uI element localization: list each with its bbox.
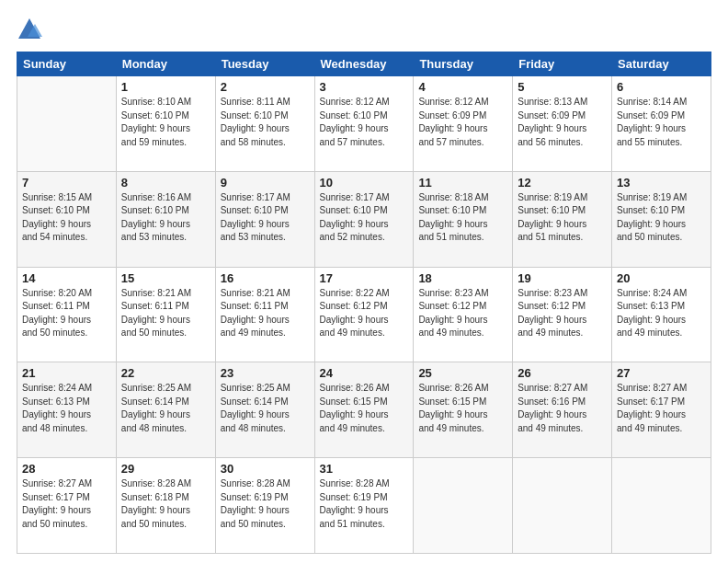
calendar-cell: 24Sunrise: 8:26 AM Sunset: 6:15 PM Dayli… (314, 362, 414, 458)
day-number: 9 (221, 176, 310, 190)
day-number: 19 (518, 271, 607, 285)
day-number: 10 (320, 176, 409, 190)
day-number: 15 (121, 271, 210, 285)
day-info: Sunrise: 8:15 AM Sunset: 6:10 PM Dayligh… (22, 191, 111, 245)
weekday-header: Friday (513, 52, 612, 76)
day-number: 11 (418, 176, 507, 190)
calendar-table: SundayMondayTuesdayWednesdayThursdayFrid… (17, 52, 711, 554)
day-number: 7 (22, 176, 111, 190)
day-number: 21 (22, 366, 111, 380)
calendar-cell: 20Sunrise: 8:24 AM Sunset: 6:13 PM Dayli… (612, 267, 711, 362)
calendar-cell: 10Sunrise: 8:17 AM Sunset: 6:10 PM Dayli… (314, 171, 414, 267)
calendar-cell: 29Sunrise: 8:28 AM Sunset: 6:18 PM Dayli… (116, 458, 215, 554)
day-info: Sunrise: 8:27 AM Sunset: 6:17 PM Dayligh… (617, 382, 706, 435)
calendar-cell: 5Sunrise: 8:13 AM Sunset: 6:09 PM Daylig… (513, 76, 612, 172)
day-number: 3 (320, 80, 409, 94)
day-number: 31 (320, 462, 409, 476)
calendar-cell: 27Sunrise: 8:27 AM Sunset: 6:17 PM Dayli… (612, 362, 711, 458)
day-number: 4 (418, 80, 507, 94)
day-info: Sunrise: 8:16 AM Sunset: 6:10 PM Dayligh… (121, 191, 210, 245)
calendar-cell: 9Sunrise: 8:17 AM Sunset: 6:10 PM Daylig… (215, 171, 314, 267)
day-info: Sunrise: 8:19 AM Sunset: 6:10 PM Dayligh… (518, 191, 607, 245)
day-number: 23 (221, 366, 310, 380)
calendar-week-row: 7Sunrise: 8:15 AM Sunset: 6:10 PM Daylig… (17, 171, 711, 267)
calendar-cell: 21Sunrise: 8:24 AM Sunset: 6:13 PM Dayli… (17, 362, 117, 458)
calendar-cell (612, 458, 711, 554)
day-info: Sunrise: 8:13 AM Sunset: 6:09 PM Dayligh… (518, 96, 607, 149)
day-number: 1 (121, 80, 210, 94)
page: SundayMondayTuesdayWednesdayThursdayFrid… (0, 0, 728, 563)
day-info: Sunrise: 8:27 AM Sunset: 6:17 PM Dayligh… (22, 477, 111, 531)
calendar-cell (17, 76, 117, 172)
calendar-cell: 15Sunrise: 8:21 AM Sunset: 6:11 PM Dayli… (116, 267, 215, 362)
day-number: 17 (320, 271, 409, 285)
calendar-cell: 25Sunrise: 8:26 AM Sunset: 6:15 PM Dayli… (414, 362, 513, 458)
calendar-cell: 14Sunrise: 8:20 AM Sunset: 6:11 PM Dayli… (17, 267, 117, 362)
day-info: Sunrise: 8:12 AM Sunset: 6:10 PM Dayligh… (320, 96, 409, 149)
calendar-header-row: SundayMondayTuesdayWednesdayThursdayFrid… (17, 52, 711, 76)
day-number: 8 (121, 176, 210, 190)
calendar-cell: 7Sunrise: 8:15 AM Sunset: 6:10 PM Daylig… (17, 171, 117, 267)
calendar-cell: 11Sunrise: 8:18 AM Sunset: 6:10 PM Dayli… (414, 171, 513, 267)
day-number: 25 (418, 366, 507, 380)
calendar-cell: 12Sunrise: 8:19 AM Sunset: 6:10 PM Dayli… (513, 171, 612, 267)
calendar-cell: 18Sunrise: 8:23 AM Sunset: 6:12 PM Dayli… (414, 267, 513, 362)
calendar-week-row: 28Sunrise: 8:27 AM Sunset: 6:17 PM Dayli… (17, 458, 711, 554)
day-number: 24 (320, 366, 409, 380)
weekday-header: Sunday (17, 52, 117, 76)
day-info: Sunrise: 8:24 AM Sunset: 6:13 PM Dayligh… (617, 287, 706, 340)
weekday-header: Saturday (612, 52, 711, 76)
day-info: Sunrise: 8:28 AM Sunset: 6:18 PM Dayligh… (121, 477, 210, 531)
day-info: Sunrise: 8:11 AM Sunset: 6:10 PM Dayligh… (221, 96, 310, 149)
calendar-cell (513, 458, 612, 554)
day-info: Sunrise: 8:23 AM Sunset: 6:12 PM Dayligh… (518, 287, 607, 340)
day-number: 30 (221, 462, 310, 476)
day-info: Sunrise: 8:21 AM Sunset: 6:11 PM Dayligh… (221, 287, 310, 340)
day-info: Sunrise: 8:25 AM Sunset: 6:14 PM Dayligh… (121, 382, 210, 435)
logo (17, 17, 46, 42)
weekday-header: Wednesday (314, 52, 414, 76)
day-number: 13 (617, 176, 706, 190)
day-info: Sunrise: 8:17 AM Sunset: 6:10 PM Dayligh… (221, 191, 310, 245)
calendar-cell: 26Sunrise: 8:27 AM Sunset: 6:16 PM Dayli… (513, 362, 612, 458)
calendar-cell: 16Sunrise: 8:21 AM Sunset: 6:11 PM Dayli… (215, 267, 314, 362)
day-info: Sunrise: 8:20 AM Sunset: 6:11 PM Dayligh… (22, 287, 111, 340)
day-info: Sunrise: 8:19 AM Sunset: 6:10 PM Dayligh… (617, 191, 706, 245)
day-info: Sunrise: 8:27 AM Sunset: 6:16 PM Dayligh… (518, 382, 607, 435)
calendar-cell: 4Sunrise: 8:12 AM Sunset: 6:09 PM Daylig… (414, 76, 513, 172)
calendar-cell: 8Sunrise: 8:16 AM Sunset: 6:10 PM Daylig… (116, 171, 215, 267)
calendar-cell: 19Sunrise: 8:23 AM Sunset: 6:12 PM Dayli… (513, 267, 612, 362)
day-number: 12 (518, 176, 607, 190)
day-info: Sunrise: 8:14 AM Sunset: 6:09 PM Dayligh… (617, 96, 706, 149)
calendar-cell: 3Sunrise: 8:12 AM Sunset: 6:10 PM Daylig… (314, 76, 414, 172)
day-info: Sunrise: 8:22 AM Sunset: 6:12 PM Dayligh… (320, 287, 409, 340)
day-info: Sunrise: 8:28 AM Sunset: 6:19 PM Dayligh… (320, 477, 409, 531)
day-number: 5 (518, 80, 607, 94)
day-info: Sunrise: 8:18 AM Sunset: 6:10 PM Dayligh… (418, 191, 507, 245)
weekday-header: Monday (116, 52, 215, 76)
logo-icon (17, 17, 42, 42)
day-number: 28 (22, 462, 111, 476)
day-info: Sunrise: 8:28 AM Sunset: 6:19 PM Dayligh… (221, 477, 310, 531)
calendar-cell (414, 458, 513, 554)
calendar-cell: 22Sunrise: 8:25 AM Sunset: 6:14 PM Dayli… (116, 362, 215, 458)
day-number: 18 (418, 271, 507, 285)
calendar-cell: 28Sunrise: 8:27 AM Sunset: 6:17 PM Dayli… (17, 458, 117, 554)
calendar-week-row: 14Sunrise: 8:20 AM Sunset: 6:11 PM Dayli… (17, 267, 711, 362)
day-number: 2 (221, 80, 310, 94)
calendar-cell: 2Sunrise: 8:11 AM Sunset: 6:10 PM Daylig… (215, 76, 314, 172)
day-info: Sunrise: 8:23 AM Sunset: 6:12 PM Dayligh… (418, 287, 507, 340)
calendar-cell: 13Sunrise: 8:19 AM Sunset: 6:10 PM Dayli… (612, 171, 711, 267)
day-number: 16 (221, 271, 310, 285)
day-number: 27 (617, 366, 706, 380)
day-number: 14 (22, 271, 111, 285)
day-info: Sunrise: 8:26 AM Sunset: 6:15 PM Dayligh… (320, 382, 409, 435)
day-info: Sunrise: 8:12 AM Sunset: 6:09 PM Dayligh… (418, 96, 507, 149)
weekday-header: Thursday (414, 52, 513, 76)
calendar-cell: 23Sunrise: 8:25 AM Sunset: 6:14 PM Dayli… (215, 362, 314, 458)
day-number: 29 (121, 462, 210, 476)
day-number: 6 (617, 80, 706, 94)
day-number: 26 (518, 366, 607, 380)
day-info: Sunrise: 8:26 AM Sunset: 6:15 PM Dayligh… (418, 382, 507, 435)
day-info: Sunrise: 8:10 AM Sunset: 6:10 PM Dayligh… (121, 96, 210, 149)
